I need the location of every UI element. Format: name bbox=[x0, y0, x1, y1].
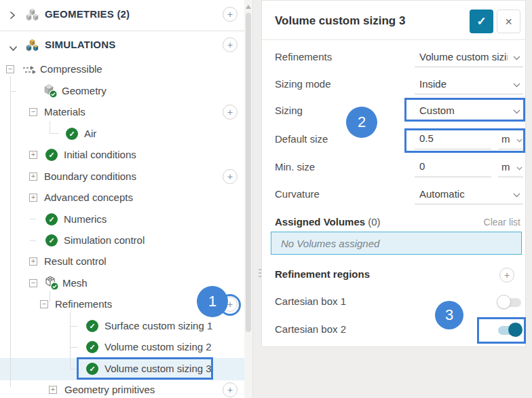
header-divider bbox=[262, 39, 525, 40]
expand-box-icon[interactable] bbox=[49, 386, 57, 394]
tree-item-label[interactable]: Result control bbox=[44, 255, 107, 267]
select-value: Volume custom sizin bbox=[419, 51, 508, 62]
field-label: Curvature bbox=[275, 188, 320, 200]
tree-row-simulations[interactable]: SIMULATIONS bbox=[0, 35, 252, 56]
tree-item-label[interactable]: Air bbox=[84, 128, 96, 139]
selected-item-highlight-box bbox=[77, 357, 213, 380]
tree-item-label[interactable]: Boundary conditions bbox=[44, 170, 136, 182]
tree-row-geometry[interactable]: Geometry bbox=[0, 81, 252, 102]
green-check-icon bbox=[45, 213, 58, 225]
field-label: Sizing bbox=[275, 105, 303, 116]
tree-item-label[interactable]: SIMULATIONS bbox=[45, 39, 115, 50]
green-check-icon bbox=[66, 128, 78, 140]
annotation-highlight-box-default-size bbox=[404, 128, 525, 153]
annotation-step-1: 1 bbox=[197, 286, 228, 317]
mesh-cube-with-check-icon bbox=[44, 275, 60, 294]
tree-item-label[interactable]: Initial conditions bbox=[64, 149, 136, 160]
tree-row-simulation-control[interactable]: Simulation control bbox=[0, 230, 252, 251]
tree-item-label[interactable]: Advanced concepts bbox=[44, 192, 133, 203]
green-check-icon bbox=[86, 341, 98, 353]
cube-with-check-icon bbox=[43, 83, 59, 102]
close-button[interactable] bbox=[497, 10, 520, 33]
sizing-mode-select[interactable]: Inside bbox=[415, 75, 523, 94]
settings-panel: Volume custom sizing 3 Refinements Volum… bbox=[261, 0, 526, 347]
min-size-field bbox=[415, 158, 491, 177]
tree-item-label[interactable]: Volume custom sizing 2 bbox=[104, 341, 212, 352]
tree-row-initial-conditions[interactable]: Initial conditions bbox=[0, 145, 252, 166]
flow-arrows-icon bbox=[22, 65, 37, 77]
assignment-drop-box[interactable]: No Volumes assigned bbox=[271, 232, 522, 255]
toggle-knob[interactable] bbox=[497, 295, 511, 309]
curvature-select[interactable]: Automatic bbox=[415, 185, 523, 204]
tree-row-geometries[interactable]: GEOMETRIES (2) bbox=[0, 4, 252, 25]
tree-row-boundary-conditions[interactable]: Boundary conditions bbox=[0, 166, 252, 187]
tree-row-compressible[interactable]: Compressible bbox=[0, 59, 252, 80]
region-label: Cartesian box 1 bbox=[275, 295, 346, 307]
chevron-down-icon bbox=[516, 166, 522, 170]
assigned-volumes-header: Assigned Volumes (0) bbox=[275, 216, 381, 228]
scroll-up-arrow-icon[interactable] bbox=[246, 5, 251, 9]
field-label: Min. size bbox=[275, 161, 315, 173]
field-label: Refinements bbox=[275, 51, 332, 62]
tree-row-materials[interactable]: Materials bbox=[0, 102, 252, 123]
min-size-input[interactable] bbox=[419, 160, 487, 172]
add-boundary-condition-button[interactable] bbox=[223, 169, 238, 184]
tree-row-numerics[interactable]: Numerics bbox=[0, 209, 252, 230]
assigned-volumes-title: Assigned Volumes bbox=[275, 216, 365, 228]
collapse-box-icon[interactable] bbox=[40, 300, 48, 308]
tree-row-geometry-primitives[interactable]: Geometry primitives bbox=[0, 380, 252, 398]
expand-box-icon[interactable] bbox=[29, 194, 37, 202]
field-label: Default size bbox=[275, 133, 328, 145]
chevron-down-icon bbox=[513, 83, 520, 88]
chevron-down-icon[interactable] bbox=[9, 42, 17, 51]
refinements-select[interactable]: Volume custom sizin bbox=[415, 48, 523, 67]
min-size-unit-select[interactable]: m bbox=[498, 158, 523, 177]
panel-title: Volume custom sizing 3 bbox=[275, 14, 405, 28]
chevron-right-icon[interactable] bbox=[10, 10, 18, 19]
chevron-down-icon bbox=[513, 193, 520, 198]
green-check-icon bbox=[45, 234, 58, 247]
add-refinement-region-button[interactable] bbox=[499, 268, 514, 283]
expand-box-icon[interactable] bbox=[29, 173, 37, 181]
empty-assignment-text: No Volumes assigned bbox=[281, 238, 379, 249]
tree-item-label[interactable]: Compressible bbox=[40, 63, 102, 75]
tree-row-volume-custom-sizing-2[interactable]: Volume custom sizing 2 bbox=[0, 337, 252, 358]
annotation-highlight-box-toggle bbox=[477, 317, 526, 344]
refinement-regions-title: Refinement regions bbox=[275, 268, 370, 280]
tree-row-result-control[interactable]: Result control bbox=[0, 251, 252, 272]
collapse-box-icon[interactable] bbox=[6, 65, 14, 73]
geometries-icon bbox=[26, 8, 39, 24]
tree-row-surface-custom-sizing-1[interactable]: Surface custom sizing 1 bbox=[0, 316, 252, 337]
tree-item-label[interactable]: Refinements bbox=[55, 298, 112, 310]
tree-item-label[interactable]: Geometry bbox=[62, 85, 107, 96]
tree-item-label[interactable]: Surface custom sizing 1 bbox=[104, 320, 212, 331]
tree-item-label[interactable]: Simulation control bbox=[64, 234, 145, 246]
tree-scrollbar-thumb[interactable] bbox=[246, 13, 251, 332]
tree-item-label[interactable]: Materials bbox=[44, 106, 86, 117]
tree-row-air[interactable]: Air bbox=[0, 124, 252, 145]
green-check-icon bbox=[86, 320, 98, 332]
add-geometry-button[interactable] bbox=[223, 7, 238, 22]
tree-item-label[interactable]: Numerics bbox=[64, 213, 107, 225]
cartesian-box-1-toggle[interactable] bbox=[497, 295, 522, 310]
annotation-highlight-box-sizing bbox=[404, 98, 525, 122]
add-material-button[interactable] bbox=[223, 105, 238, 120]
add-geometry-primitive-button[interactable] bbox=[223, 382, 238, 397]
assigned-volumes-count: (0) bbox=[368, 216, 380, 228]
tree-item-label[interactable]: Mesh bbox=[62, 277, 88, 289]
clear-list-button[interactable]: Clear list bbox=[484, 217, 520, 228]
collapse-box-icon[interactable] bbox=[29, 108, 37, 116]
simulation-tree-panel: GEOMETRIES (2) SIMULATIONS bbox=[0, 0, 253, 398]
expand-box-icon[interactable] bbox=[29, 151, 37, 159]
add-simulation-button[interactable] bbox=[223, 37, 238, 52]
tree-row-advanced-concepts[interactable]: Advanced concepts bbox=[0, 187, 252, 209]
collapse-box-icon[interactable] bbox=[29, 279, 37, 287]
select-value: Automatic bbox=[419, 188, 465, 200]
select-value: Inside bbox=[419, 78, 446, 90]
expand-box-icon[interactable] bbox=[29, 257, 37, 266]
confirm-check-button[interactable] bbox=[470, 10, 493, 33]
tree-item-label[interactable]: GEOMETRIES (2) bbox=[45, 8, 130, 20]
region-label: Cartesian box 2 bbox=[275, 323, 346, 335]
green-check-icon bbox=[45, 149, 58, 161]
tree-item-label[interactable]: Geometry primitives bbox=[64, 384, 155, 395]
